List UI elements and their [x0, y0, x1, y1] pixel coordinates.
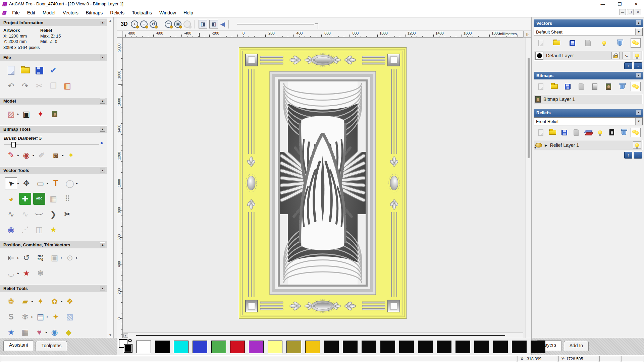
new-vector-layer-icon[interactable]: [536, 38, 546, 48]
collapse-section-icon[interactable]: ▲: [100, 99, 105, 104]
expand-icon[interactable]: ▶: [545, 143, 547, 147]
canvas[interactable]: [123, 38, 523, 348]
create-text-icon[interactable]: T: [50, 177, 62, 189]
colour-swatch[interactable]: [399, 341, 414, 353]
scroll-down-icon[interactable]: ▼: [108, 332, 113, 338]
door-design-bitmap[interactable]: [239, 47, 407, 319]
sculpt-icon[interactable]: ✦: [35, 295, 47, 307]
flyout-arrow-icon[interactable]: ▸: [62, 154, 64, 157]
new-relief-layer-icon[interactable]: [536, 128, 546, 137]
menu-toolpaths[interactable]: Toolpaths: [128, 9, 156, 17]
primary-secondary-colour-indicator[interactable]: [119, 339, 136, 355]
collapse-reliefs-icon[interactable]: ▲: [636, 110, 641, 115]
copy-icon[interactable]: ❐: [47, 80, 59, 92]
colour-swatch[interactable]: [474, 341, 489, 353]
chevron-down-icon[interactable]: ▼: [635, 28, 642, 35]
move-layer-up-button[interactable]: ↑: [624, 62, 632, 69]
edit-model-icon[interactable]: [49, 108, 61, 120]
open-relief-layer-icon[interactable]: [547, 128, 557, 137]
canvas-horizontal-scrollbar[interactable]: ▸: [123, 333, 523, 338]
flyout-arrow-icon[interactable]: ▸: [32, 300, 33, 303]
open-bitmap-layer-icon[interactable]: [549, 82, 559, 91]
child-minimize-button[interactable]: —: [619, 9, 626, 15]
tab-toolpaths[interactable]: Toolpaths: [36, 341, 67, 351]
new-bitmap-layer-icon[interactable]: [536, 82, 546, 91]
zoom-rect-icon[interactable]: ▭: [165, 20, 172, 28]
node-editing-icon[interactable]: ⋰: [19, 224, 31, 236]
basket-weave-icon[interactable]: ▦: [19, 326, 31, 338]
align-vectors-icon[interactable]: ⇤: [5, 252, 17, 264]
flyout-arrow-icon[interactable]: ▸: [17, 182, 19, 185]
colour-swatch[interactable]: [174, 341, 189, 353]
delete-vector-layer-icon[interactable]: [615, 38, 625, 48]
envelope-icon[interactable]: ▧: [64, 311, 76, 323]
open-vector-layer-icon[interactable]: [551, 38, 561, 48]
menu-reliefs[interactable]: Reliefs: [106, 9, 128, 17]
flyout-arrow-icon[interactable]: ▸: [47, 315, 49, 318]
layer-colour-button[interactable]: [535, 52, 543, 60]
colour-swatch[interactable]: [362, 341, 376, 353]
menu-file[interactable]: File: [8, 9, 23, 17]
colour-swatch[interactable]: [211, 341, 226, 353]
tab-add-in[interactable]: Add In: [564, 341, 589, 351]
new-model-icon[interactable]: [5, 64, 17, 76]
fit-curve-icon[interactable]: ◉: [5, 224, 17, 236]
group-vectors-icon[interactable]: ▣: [49, 252, 61, 264]
magic-wand-icon[interactable]: ✦: [65, 149, 77, 161]
weave-wizard-icon[interactable]: ✾: [19, 311, 31, 323]
tab-assistant[interactable]: Assistant: [3, 340, 34, 351]
menu-vectors[interactable]: Vectors: [59, 9, 82, 17]
flyout-arrow-icon[interactable]: ▸: [17, 256, 19, 259]
mirror-vectors-icon[interactable]: ◫: [33, 224, 45, 236]
restore-button[interactable]: ❐: [618, 2, 622, 7]
zoom-shaded-icon[interactable]: [183, 20, 191, 28]
flyout-arrow-icon[interactable]: ▸: [76, 182, 78, 185]
vector-layer-row[interactable]: Default Layer ↘: [534, 51, 643, 61]
menu-help[interactable]: Help: [180, 9, 197, 17]
colour-swatch[interactable]: [343, 341, 358, 353]
open-model-icon[interactable]: [19, 64, 31, 76]
lighting-icon[interactable]: ✦: [35, 108, 47, 120]
snap-grid-icon[interactable]: ✚: [19, 193, 31, 205]
smoothing-icon[interactable]: S: [5, 311, 17, 323]
merge-vector-layer-icon[interactable]: [583, 38, 593, 48]
child-close-button[interactable]: ✕: [635, 9, 641, 15]
colour-swatch[interactable]: [380, 341, 395, 353]
colour-swatch[interactable]: [305, 341, 320, 353]
colour-swatch[interactable]: [249, 341, 264, 353]
visibility-bulb-icon[interactable]: [633, 141, 641, 149]
relief-layer-row[interactable]: ▶ Relief Layer 1: [534, 140, 643, 150]
bitmap-preview-icon[interactable]: [603, 82, 613, 91]
zoom-in-icon[interactable]: +: [131, 20, 138, 28]
bitmap-layer-row[interactable]: Bitmap Layer 1: [534, 94, 643, 104]
create-rectangle-icon[interactable]: ▭: [35, 177, 47, 189]
redo-icon[interactable]: ↷: [19, 80, 31, 92]
switch-3d-view-button[interactable]: 3D: [119, 20, 129, 28]
menu-window[interactable]: Window: [156, 9, 180, 17]
preferences-icon[interactable]: ✔: [47, 64, 59, 76]
colour-swatch[interactable]: [286, 341, 301, 353]
toggle-assistant-page-button[interactable]: ◨: [199, 20, 207, 28]
colour-swatch[interactable]: [437, 341, 451, 353]
colour-swatch[interactable]: [455, 341, 470, 353]
ruler-origin-icon[interactable]: [117, 31, 123, 38]
flyout-arrow-icon[interactable]: ▸: [17, 272, 19, 275]
merge-relief-layer-icon[interactable]: [571, 128, 581, 137]
menu-model[interactable]: Model: [39, 9, 59, 17]
relief-visibility-icon[interactable]: [595, 128, 605, 137]
delete-relief-layer-icon[interactable]: [619, 128, 629, 137]
greyscale-relief-icon[interactable]: [607, 128, 617, 137]
line-width-widget[interactable]: [237, 21, 318, 27]
flyout-arrow-icon[interactable]: ▸: [32, 315, 33, 318]
flyout-arrow-icon[interactable]: ▸: [46, 330, 47, 334]
extrude-icon[interactable]: ✦: [50, 311, 62, 323]
canvas-vertical-scrollbar[interactable]: [526, 38, 531, 348]
merge-bitmap-layer-icon[interactable]: [576, 82, 586, 91]
colour-swatch[interactable]: [324, 341, 339, 353]
ruler-options-button[interactable]: ⇊: [523, 31, 531, 38]
vector-sheet-select[interactable]: Default Sheet ▼: [534, 28, 643, 36]
flyout-arrow-icon[interactable]: ▸: [61, 256, 63, 259]
move-relief-down-button[interactable]: ↓: [634, 152, 642, 159]
flyout-arrow-icon[interactable]: ▸: [17, 112, 19, 116]
colour-swatch[interactable]: [155, 341, 170, 353]
